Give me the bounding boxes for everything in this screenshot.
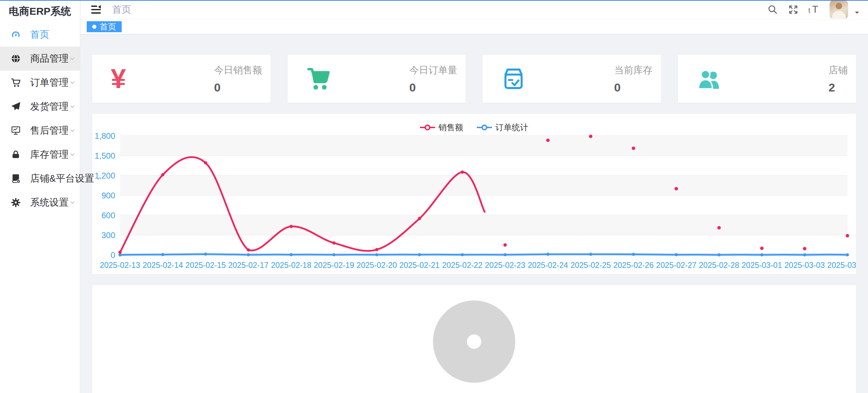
svg-text:2025-02-22: 2025-02-22 xyxy=(442,261,483,270)
svg-text:1,500: 1,500 xyxy=(95,151,115,160)
svg-text:t: t xyxy=(808,7,810,14)
svg-text:2025-02-17: 2025-02-17 xyxy=(228,261,269,270)
sidebar-item-label: 售后管理 xyxy=(30,124,69,137)
tabbar: 首页 xyxy=(81,20,868,34)
sidebar-nav: 首页商品管理订单管理发货管理售后管理库存管理店铺&平台设置系统设置 xyxy=(0,23,80,214)
cart-solid-icon xyxy=(306,66,340,91)
stat-card-label: 当前库存 xyxy=(614,64,653,77)
legend-item-orders[interactable]: 订单统计 xyxy=(477,122,528,133)
stat-card-text: 店铺2 xyxy=(829,64,848,94)
sidebar-collapse-icon[interactable] xyxy=(90,4,102,15)
sidebar-item-system[interactable]: 系统设置 xyxy=(0,191,80,214)
stat-card-value: 2 xyxy=(829,81,848,94)
chevron-down-icon xyxy=(69,79,76,86)
monitor-chart-icon xyxy=(10,125,21,136)
search-icon[interactable] xyxy=(767,4,778,15)
globe-icon xyxy=(10,53,21,64)
tab-home[interactable]: 首页 xyxy=(87,21,122,32)
stat-card-label: 店铺 xyxy=(829,64,848,77)
font-size-icon[interactable]: tT xyxy=(808,4,820,15)
stat-card-orders-today: 今日订单量0 xyxy=(288,55,466,103)
legend-label-sales: 销售额 xyxy=(438,122,463,133)
svg-text:2025-03-04: 2025-03-04 xyxy=(827,261,856,270)
chevron-down-icon xyxy=(69,151,76,158)
stat-cards-row: ¥今日销售额0今日订单量0当前库存0店铺2 xyxy=(92,55,856,103)
svg-text:2025-02-21: 2025-02-21 xyxy=(399,261,440,270)
content: ¥今日销售额0今日订单量0当前库存0店铺2 销售额 订单统计 xyxy=(81,34,868,393)
svg-text:2025-02-25: 2025-02-25 xyxy=(570,261,611,270)
legend-label-orders: 订单统计 xyxy=(495,122,528,133)
sidebar-item-aftersale[interactable]: 售后管理 xyxy=(0,119,80,143)
sidebar-item-label: 发货管理 xyxy=(30,100,69,113)
app-title: 电商ERP系统 xyxy=(0,0,80,23)
svg-text:2025-03-03: 2025-03-03 xyxy=(784,261,825,270)
chevron-down-icon xyxy=(69,55,76,62)
stat-card-sales-today: ¥今日销售额0 xyxy=(92,55,270,103)
svg-text:0: 0 xyxy=(111,250,115,260)
svg-text:900: 900 xyxy=(101,191,115,200)
tab-active-dot xyxy=(92,25,96,29)
chevron-down-icon xyxy=(69,103,76,110)
stat-card-label: 今日订单量 xyxy=(409,64,457,77)
book-gear-icon xyxy=(10,173,21,184)
legend-item-sales[interactable]: 销售额 xyxy=(420,122,463,133)
svg-text:2025-02-19: 2025-02-19 xyxy=(314,261,354,270)
sidebar-item-platform[interactable]: 店铺&平台设置 xyxy=(0,167,80,191)
avatar-body-shape xyxy=(832,11,846,19)
sidebar-item-inventory[interactable]: 库存管理 xyxy=(0,143,80,167)
svg-text:2025-02-15: 2025-02-15 xyxy=(185,261,226,270)
caret-down-icon[interactable] xyxy=(854,9,860,16)
gear-icon xyxy=(10,197,21,208)
svg-text:2025-02-14: 2025-02-14 xyxy=(143,261,183,270)
svg-text:300: 300 xyxy=(101,231,115,240)
svg-text:T: T xyxy=(812,4,818,15)
sales-orders-line-chart: 03006009001,2001,5001,8002025-02-132025-… xyxy=(92,114,856,274)
topbar: 首页 tT xyxy=(81,0,868,20)
chevron-down-icon xyxy=(69,199,76,206)
sidebar-item-shipping[interactable]: 发货管理 xyxy=(0,95,80,119)
stat-card-value: 0 xyxy=(214,81,262,94)
fullscreen-icon[interactable] xyxy=(788,4,799,15)
orders-legend-marker xyxy=(477,124,492,131)
sidebar-item-label: 订单管理 xyxy=(30,76,69,89)
yen-icon: ¥ xyxy=(111,65,145,93)
stat-card-text: 今日销售额0 xyxy=(214,64,262,94)
box-check-icon xyxy=(501,66,535,91)
stat-card-text: 当前库存0 xyxy=(614,64,653,94)
stat-card-text: 今日订单量0 xyxy=(409,64,457,94)
avatar-head-shape xyxy=(836,3,842,9)
breadcrumb[interactable]: 首页 xyxy=(112,3,131,16)
pie-chart-hole xyxy=(467,334,481,349)
empty-pie-chart xyxy=(433,300,515,383)
sidebar-item-label: 系统设置 xyxy=(30,196,69,209)
sidebar-item-label: 首页 xyxy=(30,28,72,41)
user-avatar[interactable] xyxy=(830,0,848,19)
tab-label: 首页 xyxy=(100,21,116,32)
svg-text:2025-02-18: 2025-02-18 xyxy=(271,261,311,270)
line-chart-card: 销售额 订单统计 03006009001,2001,5001,8002025-0… xyxy=(92,114,856,274)
chevron-down-icon xyxy=(69,127,76,134)
sidebar-item-label: 商品管理 xyxy=(30,52,69,65)
sidebar: 电商ERP系统 首页商品管理订单管理发货管理售后管理库存管理店铺&平台设置系统设… xyxy=(0,0,80,393)
chart-legend: 销售额 订单统计 xyxy=(92,122,856,133)
sales-legend-marker xyxy=(420,124,435,131)
svg-text:2025-02-24: 2025-02-24 xyxy=(528,261,568,270)
svg-text:2025-02-28: 2025-02-28 xyxy=(699,261,739,270)
chevron-down-icon xyxy=(94,175,102,182)
stat-card-value: 0 xyxy=(614,81,653,94)
topbar-actions: tT xyxy=(767,0,860,19)
sidebar-item-orders[interactable]: 订单管理 xyxy=(0,71,80,95)
window-top-accent xyxy=(0,0,868,1)
lock-icon xyxy=(10,149,21,160)
stat-card-value: 0 xyxy=(409,81,457,94)
sidebar-item-home[interactable]: 首页 xyxy=(0,23,80,47)
svg-text:2025-02-26: 2025-02-26 xyxy=(613,261,654,270)
stat-card-stock: 当前库存0 xyxy=(483,55,661,103)
users-icon xyxy=(697,66,731,91)
stat-card-shops: 店铺2 xyxy=(678,55,856,103)
dashboard-icon xyxy=(10,29,21,40)
svg-text:600: 600 xyxy=(101,211,115,220)
sidebar-item-label: 店铺&平台设置 xyxy=(30,172,94,185)
sidebar-item-products[interactable]: 商品管理 xyxy=(0,47,80,71)
paper-plane-icon xyxy=(10,101,21,112)
